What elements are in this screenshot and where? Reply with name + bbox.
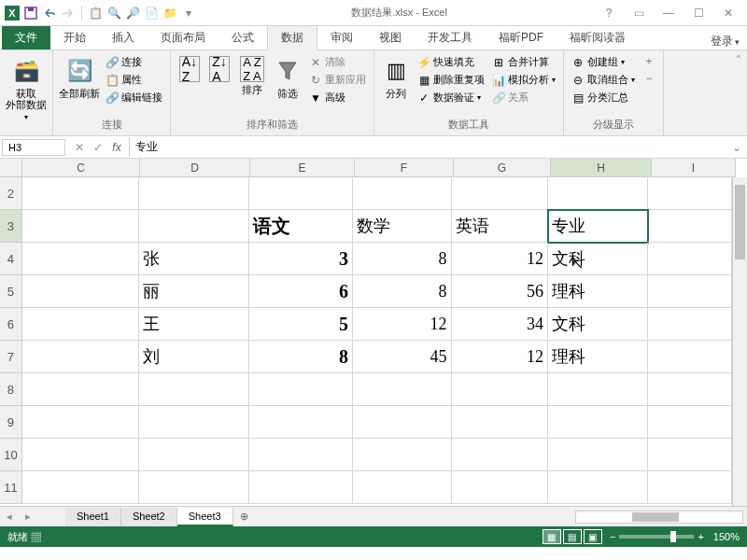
tab-foxit-pdf[interactable]: 福昕PDF <box>486 26 557 49</box>
redo-icon[interactable] <box>60 5 77 21</box>
cell-E6[interactable]: 5 <box>249 308 353 341</box>
cell-H8[interactable] <box>548 373 648 406</box>
sort-asc-button[interactable]: A↓Z <box>176 54 203 82</box>
cell-G4[interactable]: 12 <box>452 243 548 275</box>
clear-filter-button[interactable]: ✕清除 <box>307 54 368 70</box>
cell-E4[interactable]: 3 <box>249 243 353 275</box>
cell-C10[interactable] <box>22 439 139 471</box>
tab-foxit-reader[interactable]: 福昕阅读器 <box>557 26 639 49</box>
group-button[interactable]: ⊕创建组▾ <box>570 54 637 70</box>
enter-formula-icon[interactable]: ✓ <box>90 141 106 154</box>
remove-duplicates-button[interactable]: ▦删除重复项 <box>416 72 486 88</box>
close-icon[interactable]: ✕ <box>717 7 740 20</box>
refresh-all-button[interactable]: 🔄 全部刷新 <box>59 54 100 99</box>
save-icon[interactable] <box>22 5 39 21</box>
cell-C7[interactable] <box>22 341 139 373</box>
qat-icon-3[interactable]: 🔎 <box>124 5 141 21</box>
cell-D10[interactable] <box>139 439 248 471</box>
login-link[interactable]: 登录▾ <box>711 34 747 49</box>
column-header-I[interactable]: I <box>652 159 736 177</box>
tab-review[interactable]: 审阅 <box>317 26 366 49</box>
tab-home[interactable]: 开始 <box>50 26 99 49</box>
cell-C6[interactable] <box>22 308 139 341</box>
cell-D5[interactable]: 丽 <box>139 275 248 308</box>
qat-dropdown-icon[interactable]: ▾ <box>180 5 197 21</box>
cell-I7[interactable] <box>648 341 732 373</box>
tab-insert[interactable]: 插入 <box>99 26 148 49</box>
cell-G9[interactable] <box>452 406 548 439</box>
cell-I8[interactable] <box>648 373 732 406</box>
collapse-ribbon-icon[interactable]: ˄ <box>736 54 741 67</box>
qat-icon-2[interactable]: 🔍 <box>106 5 122 21</box>
row-header-10[interactable]: 10 <box>0 439 22 471</box>
cell-H6[interactable]: 文科 <box>548 308 648 341</box>
cell-I6[interactable] <box>648 308 732 341</box>
cell-G2[interactable] <box>452 177 548 210</box>
horizontal-scrollbar[interactable] <box>575 511 743 524</box>
get-external-data-button[interactable]: 🗃️ 获取外部数据▾ <box>6 54 47 122</box>
zoom-level[interactable]: 150% <box>713 531 740 542</box>
cell-C2[interactable] <box>22 177 139 210</box>
cell-F7[interactable]: 45 <box>353 341 451 373</box>
cell-C4[interactable] <box>22 243 139 275</box>
tab-nav-next-icon[interactable]: ▸ <box>19 511 37 523</box>
expand-formula-icon[interactable]: ⌄ <box>726 141 747 154</box>
column-header-G[interactable]: G <box>454 159 551 177</box>
cell-E7[interactable]: 8 <box>249 341 353 373</box>
what-if-button[interactable]: 📊模拟分析▾ <box>490 72 557 88</box>
cell-D11[interactable] <box>139 471 248 504</box>
cell-H4[interactable]: 文科 <box>548 243 648 275</box>
row-header-7[interactable]: 7 <box>0 341 22 373</box>
cell-I9[interactable] <box>648 406 732 439</box>
cell-D2[interactable] <box>139 177 248 210</box>
vertical-scrollbar[interactable] <box>732 177 747 506</box>
row-header-2[interactable]: 2 <box>0 177 22 210</box>
hide-detail-button[interactable]: − <box>641 71 657 86</box>
cell-I4[interactable] <box>648 243 732 275</box>
cell-F3[interactable]: 数学 <box>353 210 451 243</box>
formula-input[interactable]: 专业 <box>129 137 726 157</box>
cell-I2[interactable] <box>648 177 732 210</box>
cell-G11[interactable] <box>452 471 548 504</box>
undo-icon[interactable] <box>41 5 58 21</box>
cell-H5[interactable]: 理科 <box>548 275 648 308</box>
select-all-corner[interactable] <box>0 159 22 177</box>
sheet-tab-sheet3[interactable]: Sheet3 <box>177 508 233 526</box>
cell-E2[interactable] <box>249 177 353 210</box>
normal-view-button[interactable]: ▦ <box>543 529 561 544</box>
cell-G7[interactable]: 12 <box>452 341 548 373</box>
page-break-view-button[interactable]: ▣ <box>584 529 602 544</box>
cell-E3[interactable]: 语文 <box>249 210 353 243</box>
cell-C9[interactable] <box>22 406 139 439</box>
cell-H2[interactable] <box>548 177 648 210</box>
ungroup-button[interactable]: ⊖取消组合▾ <box>570 72 637 88</box>
cancel-formula-icon[interactable]: ✕ <box>71 141 88 154</box>
row-header-3[interactable]: 3 <box>0 210 22 243</box>
cell-H11[interactable] <box>548 471 648 504</box>
subtotal-button[interactable]: ▤分类汇总 <box>570 90 637 105</box>
filter-button[interactable]: 筛选 <box>272 54 303 99</box>
cell-I5[interactable] <box>648 275 732 308</box>
fx-icon[interactable]: fx <box>108 141 125 154</box>
sheet-tab-sheet1[interactable]: Sheet1 <box>65 508 121 526</box>
cell-F6[interactable]: 12 <box>353 308 451 341</box>
cell-H7[interactable]: 理科 <box>548 341 648 373</box>
column-header-E[interactable]: E <box>250 159 355 177</box>
connections-button[interactable]: 🔗连接 <box>104 54 164 70</box>
name-box[interactable]: H3 <box>2 139 65 156</box>
help-icon[interactable]: ? <box>598 7 620 20</box>
zoom-in-button[interactable]: + <box>698 531 703 542</box>
tab-nav-prev-icon[interactable]: ◂ <box>0 511 19 523</box>
zoom-slider[interactable] <box>619 535 694 539</box>
cell-G10[interactable] <box>452 439 548 471</box>
maximize-icon[interactable]: ☐ <box>687 7 710 20</box>
zoom-out-button[interactable]: − <box>610 531 615 542</box>
row-header-6[interactable]: 6 <box>0 308 22 341</box>
row-header-5[interactable]: 5 <box>0 275 22 308</box>
row-header-11[interactable]: 11 <box>0 471 22 504</box>
cell-D8[interactable] <box>139 373 248 406</box>
data-validation-button[interactable]: ✓数据验证▾ <box>416 90 486 105</box>
cell-D7[interactable]: 刘 <box>139 341 248 373</box>
cell-F4[interactable]: 8 <box>353 243 451 275</box>
cell-F2[interactable] <box>353 177 451 210</box>
